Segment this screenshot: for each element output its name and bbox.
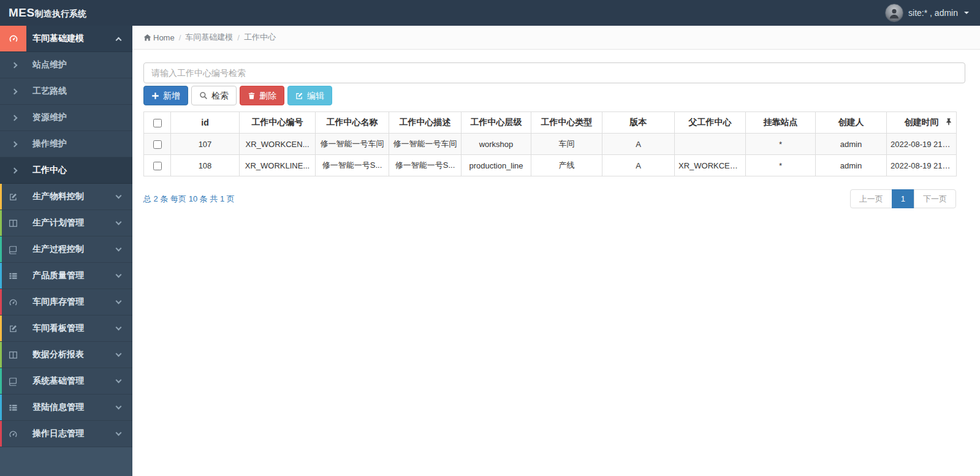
cell-name: 修一智能一号车间 (316, 134, 389, 155)
next-page-button[interactable]: 下一页 (914, 189, 956, 208)
page-1-button[interactable]: 1 (892, 189, 914, 208)
list-icon (0, 263, 26, 289)
chevron-right-icon (12, 167, 18, 173)
breadcrumb-home[interactable]: Home (143, 33, 175, 42)
sidebar-item-work-center[interactable]: 工作中心 (0, 157, 132, 184)
accent-strip (0, 368, 2, 394)
pin-icon[interactable] (946, 118, 952, 127)
sidebar-item-site-maintenance[interactable]: 站点维护 (0, 52, 132, 78)
column-header-creator[interactable]: 创建人 (816, 112, 887, 134)
cell-version: A (602, 155, 675, 176)
breadcrumb-item-workshop-modeling[interactable]: 车间基础建模 (185, 32, 233, 43)
sidebar-item-quality-management[interactable]: 产品质量管理 (0, 263, 132, 289)
column-header-station[interactable]: 挂靠站点 (746, 112, 816, 134)
select-all-cell (144, 112, 171, 134)
user-menu[interactable]: site:* , admin (885, 4, 969, 22)
book-icon (0, 368, 26, 394)
sidebar-item-operation-log-management[interactable]: 操作日志管理 (0, 421, 132, 447)
cell-name: 修一智能一号S... (316, 155, 389, 176)
cell-code: XR_WORKLINE... (240, 155, 316, 176)
column-header-parent[interactable]: 父工作中心 (675, 112, 746, 134)
work-center-table: id 工作中心编号 工作中心名称 工作中心描述 工作中心层级 工作中心类型 版本… (143, 111, 965, 176)
cell-parent (675, 134, 746, 155)
column-header-code[interactable]: 工作中心编号 (240, 112, 316, 134)
pagination-buttons: 上一页 1 下一页 (851, 189, 956, 208)
sidebar-item-process-control[interactable]: 生产过程控制 (0, 236, 132, 263)
row-checkbox[interactable] (153, 140, 162, 149)
accent-strip (0, 289, 2, 315)
chevron-down-icon (116, 193, 122, 199)
sidebar-item-login-info-management[interactable]: 登陆信息管理 (0, 395, 132, 421)
cell-station: * (746, 155, 816, 176)
chevron-right-icon (12, 62, 18, 68)
plus-icon (151, 92, 159, 100)
user-label: site:* , admin (908, 8, 958, 18)
sidebar-item-kanban-management[interactable]: 车间看板管理 (0, 315, 132, 342)
sidebar-item-resource-maintenance[interactable]: 资源维护 (0, 105, 132, 131)
edit-button[interactable]: 编辑 (287, 86, 332, 105)
add-button[interactable]: 新增 (143, 86, 188, 105)
cell-level: production_line (462, 155, 531, 176)
breadcrumb-item-work-center[interactable]: 工作中心 (244, 32, 276, 43)
gauge-icon (0, 421, 26, 447)
column-header-created[interactable]: 创建时间 (887, 112, 957, 134)
delete-button[interactable]: 删除 (240, 86, 284, 105)
select-all-checkbox[interactable] (153, 119, 162, 127)
search-input[interactable] (143, 62, 965, 83)
breadcrumb: Home / 车间基础建模 / 工作中心 (132, 26, 980, 50)
chevron-right-icon (12, 88, 18, 94)
table-row[interactable]: 108 XR_WORKLINE... 修一智能一号S... 修一智能一号S...… (144, 155, 957, 176)
breadcrumb-separator: / (237, 33, 240, 42)
chevron-down-icon (116, 430, 122, 436)
pagination-summary: 总 2 条 每页 10 条 共 1 页 (143, 194, 235, 205)
chevron-down-icon (116, 351, 122, 357)
chevron-up-icon (116, 37, 122, 43)
cell-station: * (746, 134, 816, 155)
accent-strip (0, 210, 2, 236)
chevron-down-icon (116, 246, 122, 252)
accent-strip (0, 184, 2, 210)
column-header-level[interactable]: 工作中心层级 (462, 112, 531, 134)
sidebar-item-production-plan[interactable]: 生产计划管理 (0, 210, 132, 236)
home-icon (143, 34, 151, 42)
column-header-name[interactable]: 工作中心名称 (316, 112, 389, 134)
sidebar-item-data-report[interactable]: 数据分析报表 (0, 342, 132, 368)
chevron-down-icon (116, 377, 122, 383)
sidebar-item-operation-maintenance[interactable]: 操作维护 (0, 131, 132, 157)
cell-type: 车间 (531, 134, 602, 155)
breadcrumb-separator: / (179, 33, 181, 42)
app-logo[interactable]: MES制造执行系统 (9, 6, 86, 20)
cell-created: 2022-08-19 21:1... (887, 155, 957, 176)
sidebar-item-process-route[interactable]: 工艺路线 (0, 78, 132, 105)
sidebar-item-material-control[interactable]: 生产物料控制 (0, 184, 132, 210)
sidebar-item-system-management[interactable]: 系统基础管理 (0, 368, 132, 395)
column-header-type[interactable]: 工作中心类型 (531, 112, 602, 134)
page-content: 新增 检索 删除 编辑 (132, 50, 980, 208)
sidebar-group-label: 车间基础建模 (32, 33, 84, 44)
sidebar-group-workshop-modeling[interactable]: 车间基础建模 (0, 26, 132, 52)
row-checkbox[interactable] (153, 162, 162, 170)
columns-icon (0, 210, 26, 236)
column-header-id[interactable]: id (171, 112, 240, 134)
user-avatar (885, 4, 903, 22)
accent-strip (0, 263, 2, 289)
sidebar-item-inventory-management[interactable]: 车间库存管理 (0, 289, 132, 315)
cell-version: A (602, 134, 675, 155)
cell-desc: 修一智能一号车间 (389, 134, 462, 155)
chevron-right-icon (12, 115, 18, 121)
accent-strip (0, 236, 2, 262)
gauge-icon (0, 289, 26, 315)
table-row[interactable]: 107 XR_WORKCEN... 修一智能一号车间 修一智能一号车间 work… (144, 134, 957, 155)
search-button[interactable]: 检索 (191, 86, 237, 105)
column-header-version[interactable]: 版本 (602, 112, 675, 134)
gauge-icon (0, 26, 26, 51)
cell-code: XR_WORKCEN... (240, 134, 316, 155)
sidebar: 车间基础建模 站点维护 工艺路线 资源维护 操作维护 工作中心 (0, 26, 132, 476)
main-area: Home / 车间基础建模 / 工作中心 新增 检索 (132, 26, 980, 476)
caret-down-icon (964, 12, 969, 14)
column-header-desc[interactable]: 工作中心描述 (389, 112, 462, 134)
prev-page-button[interactable]: 上一页 (850, 189, 892, 208)
sidebar-footer-area (0, 447, 132, 476)
chevron-down-icon (116, 298, 122, 304)
pencil-icon (0, 315, 26, 341)
